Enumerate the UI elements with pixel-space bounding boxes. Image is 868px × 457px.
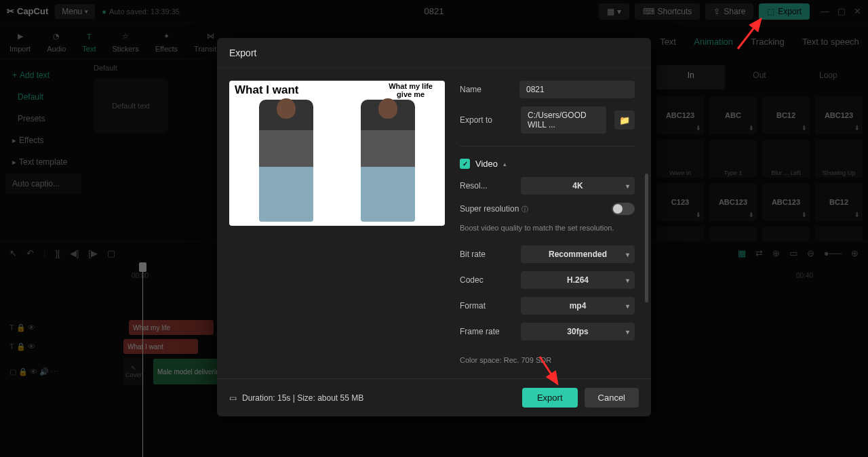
bitrate-label: Bit rate [460,250,513,259]
export-info: ▭ Duration: 15s | Size: about 55 MB [229,393,363,403]
export-to-label: Export to [460,115,513,125]
super-resolution-label: Super resolution ⓘ [460,204,604,214]
preview-text-right: What my lifegive me [389,82,433,98]
super-resolution-toggle[interactable] [612,203,635,215]
preview-text-left: What I want [235,83,298,97]
framerate-label: Frame rate [460,327,513,336]
bitrate-select[interactable]: Recommended▾ [521,245,635,263]
modal-title: Export [217,38,651,68]
export-path: C:/Users/GOOD WILL ... [521,106,606,134]
export-preview: What I want What my lifegive me [229,81,445,226]
video-section-label: Video [475,159,498,169]
name-label: Name [460,85,511,94]
colorspace-info: Color space: Rec. 709 SDR [460,355,635,365]
modal-scrollbar[interactable] [645,174,648,350]
format-select[interactable]: mp4▾ [521,297,635,315]
super-resolution-hint: Boost video quality to match the set res… [460,223,635,233]
name-input[interactable] [519,81,635,98]
resolution-label: Resol... [460,181,513,191]
browse-folder-button[interactable]: 📁 [614,111,635,130]
export-modal: Export What I want What my lifegive me N… [217,38,651,416]
export-confirm-button[interactable]: Export [522,388,578,408]
format-label: Format [460,301,513,311]
resolution-select[interactable]: 4K▾ [521,177,635,195]
cancel-button[interactable]: Cancel [585,388,639,408]
codec-select[interactable]: H.264▾ [521,271,635,289]
codec-label: Codec [460,275,513,285]
video-checkbox[interactable]: ✓ [460,159,470,169]
framerate-select[interactable]: 30fps▾ [521,323,635,340]
